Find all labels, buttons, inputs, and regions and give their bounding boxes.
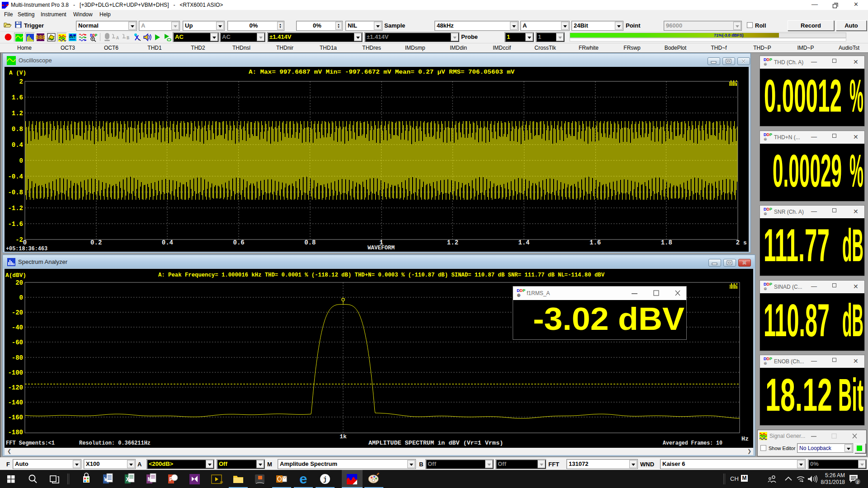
- svg-text:Hz: Hz: [741, 436, 749, 442]
- svg-text:A: A: [116, 36, 119, 41]
- svg-text:0.4: 0.4: [12, 141, 23, 149]
- svg-text:0.8: 0.8: [304, 239, 316, 246]
- svg-text:1.4: 1.4: [518, 239, 529, 246]
- svg-text:0.00029: 0.00029: [773, 145, 842, 197]
- svg-text:-20: -20: [12, 309, 23, 316]
- svg-text:111.77: 111.77: [764, 220, 830, 271]
- svg-text:j: j: [323, 476, 327, 483]
- svg-text:FFT Segments:<1: FFT Segments:<1: [6, 440, 55, 446]
- svg-text:-0.8: -0.8: [8, 189, 23, 196]
- svg-text:-100: -100: [8, 369, 23, 376]
- svg-text:2: 2: [856, 480, 859, 485]
- svg-text:2: 2: [19, 78, 23, 85]
- svg-text:-3.02 dBV: -3.02 dBV: [533, 301, 684, 337]
- svg-text:0.00012: 0.00012: [764, 70, 842, 122]
- svg-text:0.8: 0.8: [12, 126, 23, 133]
- svg-text:P: P: [169, 477, 172, 483]
- svg-text:s: s: [743, 239, 747, 246]
- svg-text:18.12: 18.12: [765, 369, 832, 421]
- svg-text:Resolution: 0.366211Hz: Resolution: 0.366211Hz: [79, 440, 151, 446]
- svg-text:1.2: 1.2: [12, 110, 23, 117]
- svg-text:Bit: Bit: [838, 369, 863, 421]
- svg-text:-180: -180: [8, 429, 23, 436]
- svg-text:A: Peak Frequency= 1.000016 kH: A: Peak Frequency= 1.000016 kHz THD= 0.0…: [158, 272, 604, 278]
- svg-text:-60: -60: [12, 339, 23, 346]
- svg-text:2: 2: [736, 239, 740, 246]
- svg-text:110.87: 110.87: [764, 295, 830, 346]
- svg-text:20: 20: [15, 279, 23, 286]
- svg-text:-160: -160: [8, 414, 23, 421]
- svg-text:0: 0: [19, 294, 23, 301]
- svg-text:-2: -2: [15, 236, 23, 244]
- svg-text:0.2: 0.2: [90, 239, 102, 246]
- svg-text:16: 16: [220, 481, 223, 484]
- svg-text:0: 0: [19, 157, 23, 164]
- svg-text:0.6: 0.6: [233, 239, 244, 246]
- svg-text:-140: -140: [8, 399, 23, 406]
- svg-text:A (V): A (V): [9, 70, 26, 76]
- svg-text:WAVEFORM: WAVEFORM: [368, 244, 395, 251]
- svg-text:X: X: [126, 477, 129, 483]
- svg-text:%: %: [849, 70, 863, 122]
- svg-text:B: B: [127, 36, 129, 41]
- svg-text:e: e: [299, 472, 307, 488]
- svg-text:-40: -40: [12, 324, 23, 331]
- svg-text:W: W: [104, 477, 108, 483]
- svg-text:Averaged Frames: 10: Averaged Frames: 10: [663, 440, 722, 446]
- svg-text:0.4: 0.4: [162, 239, 173, 246]
- svg-text:-120: -120: [8, 384, 23, 391]
- svg-text:%: %: [849, 145, 863, 197]
- svg-text:A: Max= 997.6687 mV Min= -: A: Max= 997.6687 mV Min= -997.6672 mV Me…: [249, 69, 514, 75]
- svg-text:A(dBV): A(dBV): [5, 272, 26, 279]
- svg-text:+05:18:36:463: +05:18:36:463: [6, 245, 47, 252]
- svg-text:-0.4: -0.4: [8, 173, 23, 180]
- svg-text:1k: 1k: [340, 433, 347, 440]
- svg-text:1.2: 1.2: [447, 239, 458, 246]
- svg-text:-1.6: -1.6: [8, 221, 23, 228]
- svg-text:AMPLITUDE SPECTRUM in dBV (Vr=: AMPLITUDE SPECTRUM in dBV (Vr=1 Vrms): [368, 440, 503, 446]
- svg-text:1.8: 1.8: [661, 239, 672, 246]
- svg-text:888: 888: [36, 35, 45, 41]
- svg-text:N: N: [147, 477, 151, 483]
- svg-text:1.6: 1.6: [12, 94, 23, 101]
- svg-text:1.6: 1.6: [590, 239, 601, 246]
- svg-text:dB: dB: [842, 295, 863, 346]
- svg-text:-1.2: -1.2: [8, 205, 23, 212]
- svg-text:-80: -80: [12, 354, 23, 361]
- svg-text:dB: dB: [842, 220, 863, 271]
